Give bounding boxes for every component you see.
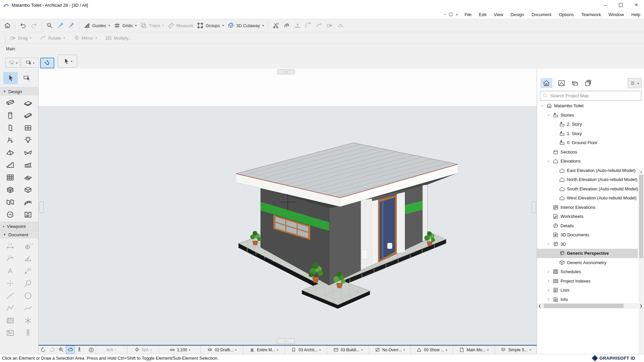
tool-hatch[interactable]: [4, 315, 17, 326]
fit-in-window-button[interactable]: [87, 346, 96, 354]
tool-morph[interactable]: [4, 197, 17, 207]
tool-dimension[interactable]: [4, 241, 17, 251]
tab-layout-book[interactable]: [569, 78, 581, 88]
mdi-restore-icon[interactable]: [449, 13, 452, 16]
scroll-up-icon[interactable]: ∧: [639, 169, 644, 174]
explore-walk-button[interactable]: [75, 346, 84, 354]
arrow-tool-button[interactable]: ▸: [58, 55, 77, 68]
tool-hotspot[interactable]: [4, 278, 17, 289]
go-forward-button[interactable]: [48, 346, 57, 354]
scrollbar-thumb-h[interactable]: [544, 304, 624, 308]
menu-file[interactable]: File: [461, 12, 475, 17]
mirror-button[interactable]: Mirror▾: [71, 34, 99, 43]
tab-project-map[interactable]: [540, 78, 552, 88]
tool-window[interactable]: [21, 123, 35, 133]
scrollbar-thumb[interactable]: [639, 175, 643, 258]
tool-shell[interactable]: [21, 147, 35, 158]
tree-row[interactable]: Generic Perspective: [537, 249, 638, 258]
navigator-menu-button[interactable]: ▸: [628, 78, 642, 88]
tree-row[interactable]: Matambo Toilet: [537, 101, 638, 111]
adjust-button[interactable]: [281, 21, 292, 30]
3d-viewport[interactable]: ╌╌ ╌╌: [39, 69, 537, 345]
tree-vertical-scrollbar[interactable]: ∧ ∨: [639, 169, 644, 354]
fillet-button[interactable]: [314, 21, 324, 30]
close-button[interactable]: ×: [629, 0, 644, 10]
tool-door[interactable]: [4, 123, 17, 133]
pen-set-na[interactable]: N/A ▸: [127, 346, 159, 354]
roof-pitch-button[interactable]: [335, 21, 346, 30]
tree-row[interactable]: 0. Ground Floor: [537, 138, 638, 147]
tool-wall[interactable]: [4, 98, 17, 108]
tree-row[interactable]: 3D: [537, 240, 638, 249]
tool-beam[interactable]: [21, 110, 35, 121]
zoom-in-button[interactable]: [57, 346, 66, 354]
tree-chevron-icon[interactable]: [552, 260, 557, 265]
tool-mesh[interactable]: [21, 172, 35, 183]
project-map-search[interactable]: [540, 91, 641, 101]
trim-button[interactable]: [271, 21, 281, 30]
tree-chevron-icon[interactable]: [552, 177, 557, 182]
tree-chevron-icon[interactable]: [546, 223, 551, 228]
tool-lamp[interactable]: [21, 135, 35, 145]
tree-row[interactable]: 3D Documents: [537, 230, 638, 240]
trace-button[interactable]: Trace▾: [138, 21, 165, 30]
tree-chevron-icon[interactable]: [552, 251, 557, 256]
mdi-close-icon[interactable]: ×: [455, 12, 458, 17]
maximize-button[interactable]: [613, 0, 629, 10]
layer-combination[interactable]: 02 Drafti... ▸: [201, 346, 243, 354]
tree-horizontal-scrollbar[interactable]: ❮ ❯: [537, 303, 644, 309]
tree-row[interactable]: Sections: [537, 147, 638, 157]
inject-parameters-button[interactable]: [66, 21, 76, 30]
menu-design[interactable]: Design: [507, 12, 528, 17]
tool-skylight[interactable]: [21, 197, 35, 207]
tree-chevron-icon[interactable]: [546, 205, 551, 209]
door-leaf[interactable]: [361, 199, 372, 270]
tool-stair[interactable]: [4, 160, 17, 170]
stretch-button[interactable]: [324, 21, 335, 30]
scroll-right-icon[interactable]: ❯: [638, 304, 644, 308]
arrow-tool[interactable]: [3, 72, 18, 84]
undo-button[interactable]: [18, 21, 29, 30]
tool-image[interactable]: [4, 328, 17, 338]
tool-zone[interactable]: [21, 185, 35, 195]
find-select-button[interactable]: [44, 21, 55, 30]
zoom-value[interactable]: N/A ▸: [96, 346, 127, 354]
tool-radial-dimension[interactable]: [4, 253, 17, 264]
menu-edit[interactable]: Edit: [475, 12, 490, 17]
menu-help[interactable]: Help: [628, 12, 644, 17]
tree-row[interactable]: North Elevation (Auto-rebuild Model): [537, 175, 638, 184]
tool-object[interactable]: [4, 135, 17, 145]
tree-chevron-icon[interactable]: [546, 149, 551, 154]
tree-chevron-icon[interactable]: [552, 140, 557, 145]
go-back-button[interactable]: [39, 346, 48, 354]
tool-figure[interactable]: [21, 328, 35, 338]
tool-polyline[interactable]: [4, 303, 17, 313]
tree-chevron-icon[interactable]: [546, 233, 551, 237]
tree-row[interactable]: 1. Story: [537, 129, 638, 138]
entry-door[interactable]: [378, 195, 397, 262]
drag-button[interactable]: Drag▾: [8, 34, 33, 43]
tree-row[interactable]: Details: [537, 221, 638, 231]
tool-roof[interactable]: [4, 147, 17, 158]
graphic-override[interactable]: No Overr... ▸: [369, 346, 411, 354]
structure-display[interactable]: Simple S... ▸: [495, 346, 537, 354]
tree-row[interactable]: East Elevation (Auto-rebuild Model): [537, 166, 638, 175]
toolbox-section-design[interactable]: ▼ Design: [0, 87, 38, 96]
redo-button[interactable]: [29, 21, 39, 30]
tool-freeform[interactable]: [4, 209, 17, 220]
home-button[interactable]: [2, 21, 13, 30]
tool-slab[interactable]: [21, 98, 35, 108]
minimize-button[interactable]: ─: [598, 0, 613, 10]
menu-teamwork[interactable]: Teamwork: [578, 12, 605, 17]
mdi-minimize-icon[interactable]: ─: [444, 12, 446, 16]
tree-chevron-icon[interactable]: [546, 288, 551, 293]
tree-row[interactable]: Project Indexes: [537, 277, 638, 286]
tree-row[interactable]: Lists: [537, 286, 638, 295]
tool-line-tool[interactable]: [4, 291, 17, 301]
extend-button[interactable]: [303, 21, 314, 30]
tree-chevron-icon[interactable]: [552, 122, 557, 127]
renovation-filter[interactable]: 00 Show ... ▸: [411, 346, 452, 354]
tool-angle-dimension[interactable]: [21, 253, 35, 264]
elevate-button[interactable]: [292, 21, 303, 30]
tree-row[interactable]: Stories: [537, 111, 638, 120]
